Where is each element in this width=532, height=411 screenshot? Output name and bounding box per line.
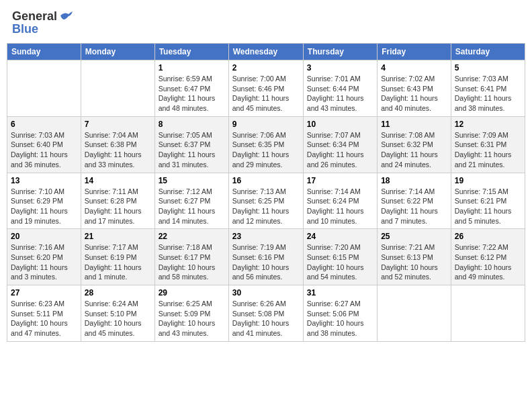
calendar-week-2: 6Sunrise: 7:03 AM Sunset: 6:40 PM Daylig… (7, 116, 525, 173)
calendar-cell: 19Sunrise: 7:15 AM Sunset: 6:21 PM Dayli… (451, 173, 525, 229)
day-info: Sunrise: 7:04 AM Sunset: 6:38 PM Dayligh… (85, 130, 151, 170)
day-info: Sunrise: 7:21 AM Sunset: 6:13 PM Dayligh… (381, 242, 447, 282)
logo-general-text: General (12, 9, 57, 24)
day-info: Sunrise: 6:25 AM Sunset: 5:09 PM Dayligh… (159, 299, 225, 338)
calendar-cell: 23Sunrise: 7:19 AM Sunset: 6:16 PM Dayli… (228, 229, 303, 285)
day-info: Sunrise: 7:09 AM Sunset: 6:31 PM Dayligh… (455, 130, 521, 170)
day-header-wednesday: Wednesday (228, 44, 303, 60)
day-number: 31 (307, 288, 373, 298)
day-header-tuesday: Tuesday (154, 44, 228, 60)
day-number: 24 (307, 232, 373, 241)
calendar-cell: 8Sunrise: 7:05 AM Sunset: 6:37 PM Daylig… (154, 116, 228, 173)
calendar-cell: 5Sunrise: 7:03 AM Sunset: 6:41 PM Daylig… (451, 60, 525, 117)
day-info: Sunrise: 7:13 AM Sunset: 6:25 PM Dayligh… (232, 187, 300, 226)
day-info: Sunrise: 7:05 AM Sunset: 6:37 PM Dayligh… (159, 130, 225, 170)
day-number: 7 (85, 120, 151, 129)
calendar-cell: 24Sunrise: 7:20 AM Sunset: 6:15 PM Dayli… (303, 229, 377, 285)
day-info: Sunrise: 7:02 AM Sunset: 6:43 PM Dayligh… (381, 74, 447, 113)
day-number: 2 (232, 63, 300, 73)
day-header-thursday: Thursday (303, 44, 377, 60)
day-info: Sunrise: 7:22 AM Sunset: 6:12 PM Dayligh… (455, 242, 521, 282)
day-number: 14 (85, 176, 151, 185)
day-header-monday: Monday (81, 44, 154, 60)
day-number: 4 (381, 63, 447, 73)
day-number: 29 (159, 288, 225, 298)
day-number: 28 (85, 288, 151, 298)
day-info: Sunrise: 7:10 AM Sunset: 6:29 PM Dayligh… (11, 187, 77, 226)
day-number: 9 (232, 120, 300, 129)
day-number: 5 (455, 63, 521, 73)
calendar-week-4: 20Sunrise: 7:16 AM Sunset: 6:20 PM Dayli… (7, 229, 525, 285)
day-number: 8 (159, 120, 225, 129)
day-info: Sunrise: 7:00 AM Sunset: 6:46 PM Dayligh… (232, 74, 300, 113)
day-info: Sunrise: 7:11 AM Sunset: 6:28 PM Dayligh… (85, 187, 151, 226)
day-number: 1 (159, 63, 225, 73)
day-number: 19 (455, 176, 521, 185)
calendar-cell: 22Sunrise: 7:18 AM Sunset: 6:17 PM Dayli… (154, 229, 228, 285)
calendar-cell: 18Sunrise: 7:14 AM Sunset: 6:22 PM Dayli… (378, 173, 451, 229)
calendar-cell: 11Sunrise: 7:08 AM Sunset: 6:32 PM Dayli… (378, 116, 451, 173)
day-info: Sunrise: 7:17 AM Sunset: 6:19 PM Dayligh… (85, 242, 151, 282)
calendar-cell: 20Sunrise: 7:16 AM Sunset: 6:20 PM Dayli… (7, 229, 81, 285)
calendar-week-1: 1Sunrise: 6:59 AM Sunset: 6:47 PM Daylig… (7, 60, 525, 117)
calendar-cell (7, 60, 81, 117)
day-number: 30 (232, 288, 300, 298)
day-number: 27 (11, 288, 77, 298)
calendar-cell: 10Sunrise: 7:07 AM Sunset: 6:34 PM Dayli… (303, 116, 377, 173)
day-header-saturday: Saturday (451, 44, 525, 60)
day-number: 22 (159, 232, 225, 241)
calendar-cell: 30Sunrise: 6:26 AM Sunset: 5:08 PM Dayli… (228, 285, 303, 342)
calendar-cell: 15Sunrise: 7:12 AM Sunset: 6:27 PM Dayli… (154, 173, 228, 229)
calendar-cell: 14Sunrise: 7:11 AM Sunset: 6:28 PM Dayli… (81, 173, 154, 229)
day-info: Sunrise: 7:07 AM Sunset: 6:34 PM Dayligh… (307, 130, 373, 170)
day-info: Sunrise: 7:19 AM Sunset: 6:16 PM Dayligh… (232, 242, 300, 282)
day-info: Sunrise: 7:14 AM Sunset: 6:22 PM Dayligh… (381, 187, 447, 226)
calendar-cell: 9Sunrise: 7:06 AM Sunset: 6:35 PM Daylig… (228, 116, 303, 173)
calendar-cell: 1Sunrise: 6:59 AM Sunset: 6:47 PM Daylig… (154, 60, 228, 117)
day-info: Sunrise: 7:08 AM Sunset: 6:32 PM Dayligh… (381, 130, 447, 170)
day-info: Sunrise: 7:16 AM Sunset: 6:20 PM Dayligh… (11, 242, 77, 282)
calendar-cell (451, 285, 525, 342)
day-number: 23 (232, 232, 300, 241)
day-number: 20 (11, 232, 77, 241)
calendar-cell: 27Sunrise: 6:23 AM Sunset: 5:11 PM Dayli… (7, 285, 81, 342)
day-header-sunday: Sunday (7, 44, 81, 60)
day-number: 6 (11, 120, 77, 129)
calendar-cell: 16Sunrise: 7:13 AM Sunset: 6:25 PM Dayli… (228, 173, 303, 229)
calendar-cell: 3Sunrise: 7:01 AM Sunset: 6:44 PM Daylig… (303, 60, 377, 117)
logo-bird-icon (59, 10, 74, 22)
day-info: Sunrise: 7:01 AM Sunset: 6:44 PM Dayligh… (307, 74, 373, 113)
calendar-cell: 28Sunrise: 6:24 AM Sunset: 5:10 PM Dayli… (81, 285, 154, 342)
day-number: 3 (307, 63, 373, 73)
day-number: 11 (381, 120, 447, 129)
calendar-cell (378, 285, 451, 342)
day-number: 12 (455, 120, 521, 129)
calendar-table: SundayMondayTuesdayWednesdayThursdayFrid… (7, 43, 525, 342)
day-number: 15 (159, 176, 225, 185)
day-info: Sunrise: 7:15 AM Sunset: 6:21 PM Dayligh… (455, 187, 521, 226)
day-number: 10 (307, 120, 373, 129)
calendar-cell: 12Sunrise: 7:09 AM Sunset: 6:31 PM Dayli… (451, 116, 525, 173)
calendar-cell: 4Sunrise: 7:02 AM Sunset: 6:43 PM Daylig… (378, 60, 451, 117)
calendar-cell: 25Sunrise: 7:21 AM Sunset: 6:13 PM Dayli… (378, 229, 451, 285)
day-info: Sunrise: 7:14 AM Sunset: 6:24 PM Dayligh… (307, 187, 373, 226)
calendar-cell: 26Sunrise: 7:22 AM Sunset: 6:12 PM Dayli… (451, 229, 525, 285)
day-info: Sunrise: 7:03 AM Sunset: 6:41 PM Dayligh… (455, 74, 521, 113)
calendar-cell: 13Sunrise: 7:10 AM Sunset: 6:29 PM Dayli… (7, 173, 81, 229)
logo-blue-text: Blue (12, 22, 38, 36)
day-number: 21 (85, 232, 151, 241)
calendar-cell: 21Sunrise: 7:17 AM Sunset: 6:19 PM Dayli… (81, 229, 154, 285)
day-info: Sunrise: 6:27 AM Sunset: 5:06 PM Dayligh… (307, 299, 373, 338)
calendar-cell: 17Sunrise: 7:14 AM Sunset: 6:24 PM Dayli… (303, 173, 377, 229)
calendar-cell: 2Sunrise: 7:00 AM Sunset: 6:46 PM Daylig… (228, 60, 303, 117)
day-number: 13 (11, 176, 77, 185)
day-header-friday: Friday (378, 44, 451, 60)
day-info: Sunrise: 6:23 AM Sunset: 5:11 PM Dayligh… (11, 299, 77, 338)
calendar-week-5: 27Sunrise: 6:23 AM Sunset: 5:11 PM Dayli… (7, 285, 525, 342)
day-info: Sunrise: 6:59 AM Sunset: 6:47 PM Dayligh… (159, 74, 225, 113)
day-number: 26 (455, 232, 521, 241)
calendar-cell: 29Sunrise: 6:25 AM Sunset: 5:09 PM Dayli… (154, 285, 228, 342)
day-info: Sunrise: 7:18 AM Sunset: 6:17 PM Dayligh… (159, 242, 225, 282)
calendar-week-3: 13Sunrise: 7:10 AM Sunset: 6:29 PM Dayli… (7, 173, 525, 229)
day-info: Sunrise: 7:12 AM Sunset: 6:27 PM Dayligh… (159, 187, 225, 226)
